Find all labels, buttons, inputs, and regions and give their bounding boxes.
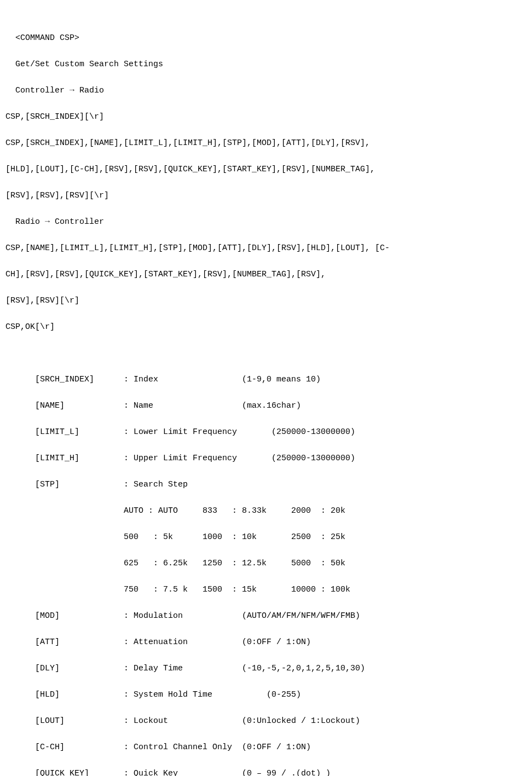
param-hld: [HLD] : System Hold Time (0-255) <box>5 688 527 702</box>
command-header: <COMMAND CSP> <box>5 32 527 45</box>
param-limit-h: [LIMIT_H] : Upper Limit Frequency (25000… <box>5 452 527 465</box>
param-stp: [STP] : Search Step <box>5 478 527 491</box>
syntax-line: [HLD],[LOUT],[C-CH],[RSV],[RSV],[QUICK_K… <box>5 163 527 176</box>
syntax-line: CSP,[SRCH_INDEX],[NAME],[LIMIT_L],[LIMIT… <box>5 137 527 150</box>
param-mod: [MOD] : Modulation (AUTO/AM/FM/NFM/WFM/F… <box>5 610 527 623</box>
blank-line <box>5 347 527 360</box>
param-quick-key: [QUICK_KEY] : Quick Key (0 – 99 / .(dot)… <box>5 767 527 776</box>
param-name: [NAME] : Name (max.16char) <box>5 399 527 413</box>
syntax-line: CSP,[SRCH_INDEX][\r] <box>5 111 527 124</box>
param-srch-index: [SRCH_INDEX] : Index (1-9,0 means 10) <box>5 373 527 386</box>
param-stp-values: 500 : 5k 1000 : 10k 2500 : 25k <box>5 531 527 544</box>
syntax-line: [RSV],[RSV],[RSV][\r] <box>5 189 527 202</box>
syntax-line: CSP,[NAME],[LIMIT_L],[LIMIT_H],[STP],[MO… <box>5 242 527 255</box>
command-title: Get/Set Custom Search Settings <box>5 58 527 71</box>
syntax-line: [RSV],[RSV][\r] <box>5 294 527 308</box>
param-stp-values: 625 : 6.25k 1250 : 12.5k 5000 : 50k <box>5 557 527 570</box>
direction-radio-controller: Radio → Controller <box>5 216 527 229</box>
syntax-line: CSP,OK[\r] <box>5 321 527 334</box>
param-dly: [DLY] : Delay Time (-10,-5,-2,0,1,2,5,10… <box>5 662 527 675</box>
param-stp-values: AUTO : AUTO 833 : 8.33k 2000 : 20k <box>5 505 527 518</box>
param-c-ch: [C-CH] : Control Channel Only (0:OFF / 1… <box>5 741 527 754</box>
param-limit-l: [LIMIT_L] : Lower Limit Frequency (25000… <box>5 426 527 439</box>
param-lout: [LOUT] : Lockout (0:Unlocked / 1:Lockout… <box>5 715 527 728</box>
param-att: [ATT] : Attenuation (0:OFF / 1:ON) <box>5 636 527 649</box>
direction-controller-radio: Controller → Radio <box>5 84 527 97</box>
param-stp-values: 750 : 7.5 k 1500 : 15k 10000 : 100k <box>5 583 527 597</box>
syntax-line: CH],[RSV],[RSV],[QUICK_KEY],[START_KEY],… <box>5 268 527 281</box>
